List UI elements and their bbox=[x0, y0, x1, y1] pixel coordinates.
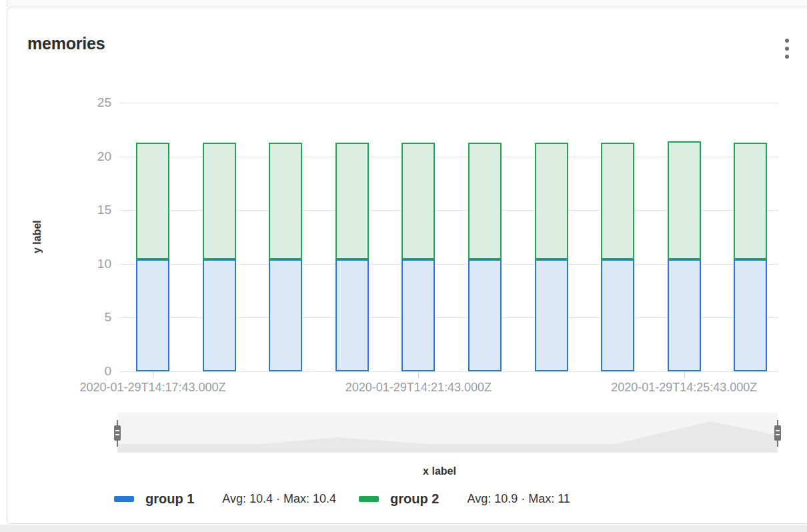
bar-segment-group-1[interactable] bbox=[668, 259, 701, 371]
legend-series-name: group 2 bbox=[390, 491, 439, 507]
legend-series-stats: Avg: 10.9 · Max: 11 bbox=[467, 492, 570, 506]
bar-chart-plot-area[interactable]: 05101520252020-01-29T14:17:43.000Z2020-0… bbox=[119, 103, 778, 371]
x-tick-mark bbox=[684, 372, 685, 378]
legend-series-name: group 1 bbox=[145, 491, 194, 507]
bar-segment-group-2[interactable] bbox=[734, 143, 767, 260]
y-tick-label: 10 bbox=[77, 257, 111, 271]
bar-segment-group-1[interactable] bbox=[401, 259, 435, 371]
y-axis-title: y label bbox=[27, 103, 47, 371]
bar-segment-group-2[interactable] bbox=[136, 143, 169, 260]
y-tick-label: 0 bbox=[77, 364, 111, 379]
brush-handle-grip bbox=[114, 425, 121, 441]
x-axis-title: x label bbox=[119, 465, 760, 477]
bar-segment-group-2[interactable] bbox=[601, 143, 634, 260]
bar-segment-group-2[interactable] bbox=[269, 143, 302, 260]
panel-options-kebab-icon[interactable] bbox=[776, 31, 798, 66]
bar-segment-group-2[interactable] bbox=[668, 141, 701, 259]
legend-item-group-2[interactable]: group 2Avg: 10.9 · Max: 11 bbox=[359, 491, 570, 507]
legend-series-stats: Avg: 10.4 · Max: 10.4 bbox=[222, 492, 336, 506]
y-tick-label: 25 bbox=[77, 95, 111, 110]
y-tick-label: 5 bbox=[77, 310, 111, 325]
adjacent-panel-edge bbox=[7, 0, 807, 7]
panel-title: memories bbox=[27, 34, 105, 53]
legend-swatch bbox=[114, 496, 134, 502]
bar-segment-group-1[interactable] bbox=[335, 259, 369, 371]
kebab-dot bbox=[785, 47, 789, 51]
y-tick-label: 20 bbox=[77, 149, 111, 164]
chart-legend: group 1Avg: 10.4 · Max: 10.4group 2Avg: … bbox=[114, 485, 570, 512]
brush-handle-right[interactable] bbox=[774, 420, 782, 447]
page-background-strip bbox=[0, 525, 807, 532]
chart-panel-card: memories y label 05101520252020-01-29T14… bbox=[7, 7, 807, 524]
bar-segment-group-2[interactable] bbox=[535, 143, 568, 260]
bar-segment-group-2[interactable] bbox=[203, 143, 236, 260]
time-brush-minimap[interactable] bbox=[117, 413, 778, 453]
bar-segment-group-2[interactable] bbox=[401, 143, 435, 260]
brush-handle-grip bbox=[774, 425, 781, 441]
x-tick-label: 2020-01-29T14:17:43.000Z bbox=[39, 381, 266, 395]
kebab-dot bbox=[785, 39, 789, 43]
bar-segment-group-1[interactable] bbox=[601, 259, 634, 371]
bar-segment-group-1[interactable] bbox=[269, 259, 302, 371]
x-tick-label: 2020-01-29T14:21:43.000Z bbox=[305, 381, 532, 395]
bar-segment-group-1[interactable] bbox=[535, 259, 568, 371]
gridline bbox=[119, 371, 778, 372]
kebab-dot bbox=[785, 55, 789, 59]
bar-segment-group-2[interactable] bbox=[468, 143, 502, 260]
gridline bbox=[119, 103, 778, 103]
x-tick-mark bbox=[418, 372, 419, 378]
bar-segment-group-1[interactable] bbox=[203, 259, 236, 371]
legend-item-group-1[interactable]: group 1Avg: 10.4 · Max: 10.4 bbox=[114, 491, 336, 507]
x-tick-mark bbox=[153, 372, 153, 378]
brush-preview-wave bbox=[117, 413, 778, 453]
y-tick-label: 15 bbox=[77, 203, 111, 217]
bar-segment-group-1[interactable] bbox=[734, 259, 767, 371]
brush-handle-left[interactable] bbox=[113, 420, 121, 447]
dashboard-page: { "panel": { "title": "memories", "kebab… bbox=[0, 0, 807, 532]
bar-segment-group-2[interactable] bbox=[335, 143, 369, 260]
bar-segment-group-1[interactable] bbox=[136, 259, 169, 371]
x-tick-label: 2020-01-29T14:25:43.000Z bbox=[571, 381, 798, 395]
bar-segment-group-1[interactable] bbox=[468, 259, 502, 371]
legend-swatch bbox=[359, 496, 379, 502]
